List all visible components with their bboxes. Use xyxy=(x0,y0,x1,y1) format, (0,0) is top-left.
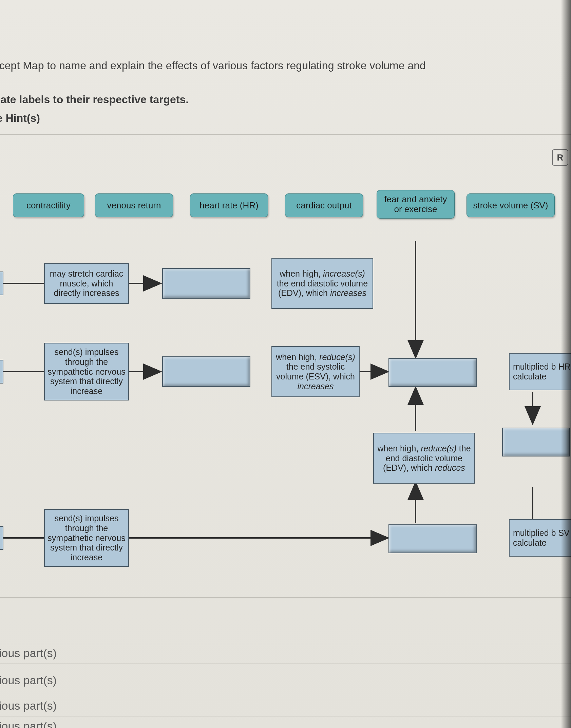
divider xyxy=(0,134,571,135)
node-text: send(s) impulses through the sympathetic… xyxy=(47,347,126,396)
node-edv-increase: when high, increase(s) the end diastolic… xyxy=(271,258,373,309)
drop-slot-e[interactable] xyxy=(502,428,570,456)
divider xyxy=(0,716,571,716)
divider xyxy=(0,664,571,664)
hint-toggle[interactable]: e Hint(s) xyxy=(0,112,40,125)
divider xyxy=(0,691,571,691)
label-heart-rate[interactable]: heart rate (HR) xyxy=(190,193,268,217)
drop-slot-b[interactable] xyxy=(162,356,250,387)
node-sympathetic-1: send(s) impulses through the sympathetic… xyxy=(44,343,129,400)
cropped-node-left-3 xyxy=(0,526,3,550)
node-edv-reduce: when high, reduce(s) the end diastolic v… xyxy=(373,433,475,484)
photo-edge-shadow xyxy=(561,0,571,728)
divider xyxy=(0,597,571,598)
question-text-2: riate labels to their respective targets… xyxy=(0,93,189,106)
label-stroke-volume[interactable]: stroke volume (SV) xyxy=(467,193,555,217)
previous-parts-link-3[interactable]: vious part(s) xyxy=(0,699,57,712)
node-text: when high, increase(s) the end diastolic… xyxy=(274,269,370,298)
node-stretch-cardiac: may stretch cardiac muscle, which direct… xyxy=(44,263,129,304)
label-venous-return[interactable]: venous return xyxy=(95,193,173,217)
drop-slot-a[interactable] xyxy=(162,268,250,299)
previous-parts-link-2[interactable]: vious part(s) xyxy=(0,674,57,687)
node-esv-reduce: when high, reduce(s) the end systolic vo… xyxy=(271,346,360,397)
node-text: when high, reduce(s) the end diastolic v… xyxy=(376,444,472,473)
node-text: when high, reduce(s) the end systolic vo… xyxy=(274,352,357,391)
label-contractility[interactable]: contractility xyxy=(13,193,84,217)
node-text: send(s) impulses through the sympathetic… xyxy=(47,514,126,562)
node-sympathetic-2: send(s) impulses through the sympathetic… xyxy=(44,509,129,567)
cropped-node-left-2 xyxy=(0,360,3,384)
drop-slot-d[interactable] xyxy=(388,524,477,553)
label-cardiac-output[interactable]: cardiac output xyxy=(285,193,363,217)
drop-slot-c[interactable] xyxy=(388,358,477,387)
previous-parts-link-4[interactable]: vious part(s) xyxy=(0,720,57,728)
node-text: may stretch cardiac muscle, which direct… xyxy=(47,269,126,298)
label-fear-anxiety[interactable]: fear and anxiety or exercise xyxy=(377,190,455,219)
previous-parts-link-1[interactable]: vious part(s) xyxy=(0,647,57,660)
question-text-1: ncept Map to name and explain the effect… xyxy=(0,59,426,72)
cropped-node-left-1 xyxy=(0,272,3,295)
